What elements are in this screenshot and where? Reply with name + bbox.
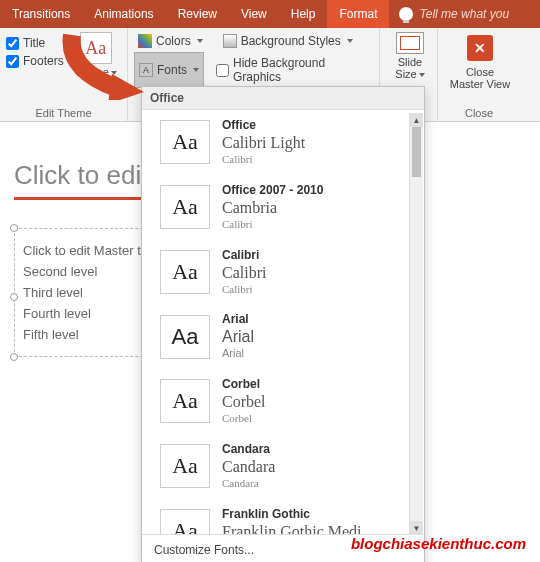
font-theme-name: Office 2007 - 2010	[222, 183, 323, 198]
font-body-name: Arial	[222, 347, 254, 361]
scroll-down-button[interactable]: ▼	[410, 521, 423, 535]
group-label-edit-theme: Edit Theme	[6, 105, 121, 119]
footers-checkbox[interactable]: Footers	[6, 54, 64, 68]
font-list: AaOfficeCalibri LightCalibriAaOffice 200…	[142, 110, 424, 534]
font-sample-icon: Aa	[160, 444, 210, 488]
dropdown-caret-icon	[347, 39, 353, 43]
resize-handle[interactable]	[10, 224, 18, 232]
font-heading-name: Calibri	[222, 263, 266, 283]
font-theme-item[interactable]: AaCandaraCandaraCandara	[154, 434, 424, 499]
dropdown-caret-icon	[197, 39, 203, 43]
background-styles-icon	[223, 34, 237, 48]
font-theme-item[interactable]: AaOffice 2007 - 2010CambriaCalibri	[154, 175, 424, 240]
tab-review[interactable]: Review	[166, 0, 229, 28]
font-theme-item[interactable]: AaOfficeCalibri LightCalibri	[154, 110, 424, 175]
scroll-thumb[interactable]	[412, 127, 421, 177]
dropdown-section-header: Office	[142, 87, 424, 110]
font-body-name: Calibri	[222, 153, 305, 167]
title-checkbox[interactable]: Title	[6, 36, 64, 50]
font-heading-name: Calibri Light	[222, 133, 305, 153]
group-close: ✕ Close Master View Close	[438, 28, 520, 121]
font-sample-icon: Aa	[160, 185, 210, 229]
slide-size-icon	[396, 32, 424, 54]
font-heading-name: Candara	[222, 457, 275, 477]
font-theme-item[interactable]: AaCalibriCalibriCalibri	[154, 240, 424, 305]
font-theme-name: Candara	[222, 442, 275, 457]
font-heading-name: Corbel	[222, 392, 266, 412]
tab-format[interactable]: Format	[327, 0, 389, 28]
font-theme-name: Arial	[222, 312, 254, 327]
font-theme-name: Calibri	[222, 248, 266, 263]
font-heading-name: Arial	[222, 327, 254, 347]
tab-transitions[interactable]: Transitions	[0, 0, 82, 28]
colors-icon	[138, 34, 152, 48]
fonts-icon: A	[139, 63, 153, 77]
checkbox-column: Title Footers	[6, 32, 64, 72]
font-sample-icon: Aa	[160, 250, 210, 294]
font-sample-icon: Aa	[160, 509, 210, 534]
watermark: blogchiasekienthuc.com	[351, 535, 526, 552]
scrollbar[interactable]: ▲ ▼	[409, 113, 423, 535]
close-master-view-button[interactable]: ✕ Close Master View	[444, 32, 516, 90]
font-body-name: Calibri	[222, 283, 266, 297]
resize-handle[interactable]	[10, 293, 18, 301]
font-theme-item[interactable]: AaCorbelCorbelCorbel	[154, 369, 424, 434]
tell-me-placeholder: Tell me what you	[419, 7, 509, 21]
group-edit-theme: Title Footers Aa Theme Edit Theme	[0, 28, 128, 121]
slide-size-button[interactable]: Slide Size	[386, 32, 434, 80]
dropdown-caret-icon	[111, 71, 117, 75]
lightbulb-icon	[399, 7, 413, 21]
font-sample-icon: Aa	[160, 379, 210, 423]
tell-me-search[interactable]: Tell me what you	[389, 0, 519, 28]
tab-animations[interactable]: Animations	[82, 0, 165, 28]
scroll-up-button[interactable]: ▲	[410, 113, 423, 127]
tab-help[interactable]: Help	[279, 0, 328, 28]
close-icon: ✕	[467, 35, 493, 61]
font-theme-item[interactable]: AaFranklin GothicFranklin Gothic MediFra…	[154, 499, 424, 535]
dropdown-caret-icon	[419, 73, 425, 77]
font-body-name: Corbel	[222, 412, 266, 426]
themes-button[interactable]: Aa Theme	[72, 32, 120, 78]
font-sample-icon: Aa	[160, 120, 210, 164]
dropdown-caret-icon	[193, 68, 199, 72]
fonts-button[interactable]: A Fonts	[134, 52, 204, 88]
font-body-name: Candara	[222, 477, 275, 491]
background-styles-button[interactable]: Background Styles	[219, 32, 357, 50]
hide-background-checkbox[interactable]: Hide Background Graphics	[216, 56, 373, 84]
font-heading-name: Franklin Gothic Medi	[222, 522, 362, 535]
themes-icon: Aa	[80, 32, 112, 64]
colors-button[interactable]: Colors	[134, 32, 207, 50]
resize-handle[interactable]	[10, 353, 18, 361]
font-theme-name: Franklin Gothic	[222, 507, 362, 522]
tab-view[interactable]: View	[229, 0, 279, 28]
font-theme-name: Office	[222, 118, 305, 133]
font-heading-name: Cambria	[222, 198, 323, 218]
font-theme-item[interactable]: AaArialArialArial	[154, 304, 424, 369]
ribbon-tabs: Transitions Animations Review View Help …	[0, 0, 540, 28]
font-sample-icon: Aa	[160, 315, 210, 359]
font-body-name: Calibri	[222, 218, 323, 232]
font-theme-name: Corbel	[222, 377, 266, 392]
group-label-close: Close	[444, 105, 514, 119]
fonts-dropdown: Office AaOfficeCalibri LightCalibriAaOff…	[141, 86, 425, 562]
